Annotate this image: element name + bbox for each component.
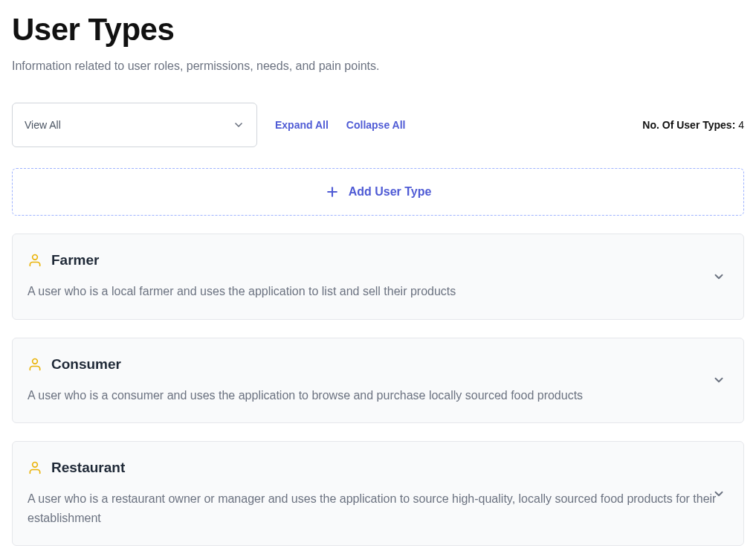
add-user-type-button[interactable]: Add User Type [12, 168, 744, 216]
add-user-type-label: Add User Type [349, 185, 432, 199]
svg-point-4 [33, 463, 38, 468]
collapse-all-button[interactable]: Collapse All [346, 119, 406, 131]
chevron-down-icon[interactable] [712, 487, 726, 501]
chevron-down-icon[interactable] [712, 270, 726, 283]
filter-select-label: View All [25, 119, 61, 131]
card-description: A user who is a restaurant owner or mana… [28, 489, 728, 527]
expand-all-button[interactable]: Expand All [275, 119, 329, 131]
chevron-down-icon [233, 119, 245, 131]
user-type-card[interactable]: Restaurant A user who is a restaurant ow… [12, 441, 744, 546]
controls-row: View All Expand All Collapse All No. Of … [12, 103, 744, 147]
svg-point-3 [33, 358, 38, 364]
card-description: A user who is a local farmer and uses th… [28, 282, 728, 301]
svg-point-2 [33, 255, 38, 260]
card-header: Farmer [28, 252, 728, 268]
user-type-card[interactable]: Consumer A user who is a consumer and us… [12, 338, 744, 424]
plus-icon [325, 184, 340, 199]
page-subtitle: Information related to user roles, permi… [12, 59, 744, 73]
count-value: 4 [738, 119, 744, 131]
user-icon [28, 460, 42, 475]
filter-select[interactable]: View All [12, 103, 257, 147]
user-type-card[interactable]: Farmer A user who is a local farmer and … [12, 234, 744, 320]
card-description: A user who is a consumer and uses the ap… [28, 386, 728, 405]
card-header: Consumer [28, 356, 728, 373]
page-title: User Types [12, 12, 744, 48]
card-header: Restaurant [28, 460, 728, 476]
user-icon [28, 253, 42, 268]
user-icon [28, 357, 42, 372]
chevron-down-icon[interactable] [712, 373, 726, 387]
card-title: Farmer [51, 252, 99, 268]
card-title: Restaurant [51, 460, 125, 476]
count-prefix: No. Of User Types: [642, 119, 738, 131]
card-title: Consumer [51, 356, 121, 373]
user-types-count: No. Of User Types: 4 [642, 119, 744, 131]
